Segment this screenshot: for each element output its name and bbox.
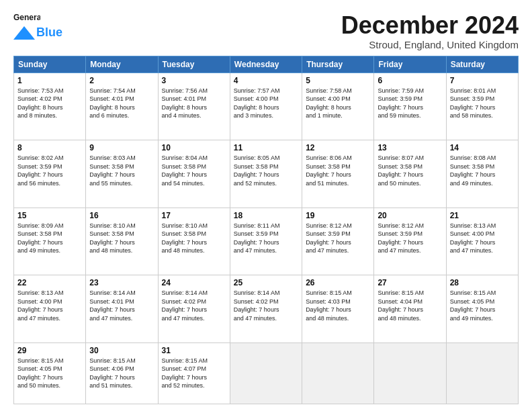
day-number: 10 (162, 143, 226, 152)
calendar-day-24: 24Sunrise: 8:14 AM Sunset: 4:02 PM Dayli… (158, 275, 230, 343)
calendar-day-4: 4Sunrise: 7:57 AM Sunset: 4:00 PM Daylig… (230, 73, 302, 140)
day-info: Sunrise: 8:15 AM Sunset: 4:05 PM Dayligh… (17, 357, 82, 390)
calendar-day-7: 7Sunrise: 8:01 AM Sunset: 3:59 PM Daylig… (446, 73, 518, 140)
calendar-day-8: 8Sunrise: 8:02 AM Sunset: 3:59 PM Daylig… (14, 140, 86, 208)
title-block: December 2024 Stroud, England, United Ki… (341, 12, 519, 50)
day-info: Sunrise: 8:15 AM Sunset: 4:06 PM Dayligh… (89, 357, 154, 390)
calendar-day-23: 23Sunrise: 8:14 AM Sunset: 4:01 PM Dayli… (86, 275, 158, 343)
calendar-day-22: 22Sunrise: 8:13 AM Sunset: 4:00 PM Dayli… (14, 275, 86, 343)
header: General Blue December 2024 Stroud, Engla… (13, 12, 519, 50)
calendar-week-5: 29Sunrise: 8:15 AM Sunset: 4:05 PM Dayli… (14, 342, 519, 404)
calendar-day-11: 11Sunrise: 8:05 AM Sunset: 3:58 PM Dayli… (230, 140, 302, 208)
logo-blue-text: Blue (36, 26, 62, 40)
day-number: 13 (378, 143, 442, 152)
day-info: Sunrise: 7:54 AM Sunset: 4:01 PM Dayligh… (89, 87, 154, 120)
blue-shape-icon (13, 26, 35, 40)
day-number: 22 (17, 278, 82, 287)
day-number: 31 (162, 346, 226, 355)
calendar-day-19: 19Sunrise: 8:12 AM Sunset: 3:59 PM Dayli… (302, 208, 374, 275)
calendar-day-27: 27Sunrise: 8:15 AM Sunset: 4:04 PM Dayli… (374, 275, 446, 343)
calendar-week-4: 22Sunrise: 8:13 AM Sunset: 4:00 PM Dayli… (14, 275, 519, 343)
day-number: 2 (89, 76, 154, 85)
day-info: Sunrise: 8:10 AM Sunset: 3:58 PM Dayligh… (162, 222, 226, 255)
calendar-day-2: 2Sunrise: 7:54 AM Sunset: 4:01 PM Daylig… (86, 73, 158, 140)
day-number: 7 (450, 76, 515, 85)
calendar-day-17: 17Sunrise: 8:10 AM Sunset: 3:58 PM Dayli… (158, 208, 230, 275)
day-info: Sunrise: 8:06 AM Sunset: 3:58 PM Dayligh… (306, 154, 370, 187)
day-number: 14 (450, 143, 515, 152)
calendar-day-10: 10Sunrise: 8:04 AM Sunset: 3:58 PM Dayli… (158, 140, 230, 208)
day-number: 28 (450, 278, 515, 287)
day-number: 15 (17, 211, 82, 220)
calendar-day-6: 6Sunrise: 7:59 AM Sunset: 3:59 PM Daylig… (374, 73, 446, 140)
day-info: Sunrise: 8:12 AM Sunset: 3:59 PM Dayligh… (306, 222, 370, 255)
calendar-table: SundayMondayTuesdayWednesdayThursdayFrid… (13, 56, 519, 404)
day-info: Sunrise: 8:14 AM Sunset: 4:02 PM Dayligh… (234, 289, 298, 322)
day-info: Sunrise: 8:14 AM Sunset: 4:01 PM Dayligh… (89, 289, 154, 322)
calendar-day-12: 12Sunrise: 8:06 AM Sunset: 3:58 PM Dayli… (302, 140, 374, 208)
day-info: Sunrise: 7:58 AM Sunset: 4:00 PM Dayligh… (306, 87, 370, 120)
weekday-header-friday: Friday (374, 56, 446, 73)
weekday-header-tuesday: Tuesday (158, 56, 230, 73)
svg-marker-1 (13, 26, 35, 40)
day-info: Sunrise: 8:15 AM Sunset: 4:03 PM Dayligh… (306, 289, 370, 322)
day-number: 19 (306, 211, 370, 220)
calendar-day-21: 21Sunrise: 8:13 AM Sunset: 4:00 PM Dayli… (446, 208, 518, 275)
logo: General Blue (13, 12, 62, 40)
page: General Blue December 2024 Stroud, Engla… (0, 0, 532, 411)
day-number: 29 (17, 346, 82, 355)
day-number: 3 (162, 76, 226, 85)
month-title: December 2024 (341, 12, 519, 39)
day-number: 21 (450, 211, 515, 220)
weekday-header-thursday: Thursday (302, 56, 374, 73)
day-info: Sunrise: 8:08 AM Sunset: 3:58 PM Dayligh… (450, 154, 515, 187)
day-number: 5 (306, 76, 370, 85)
calendar-day-13: 13Sunrise: 8:07 AM Sunset: 3:58 PM Dayli… (374, 140, 446, 208)
day-number: 26 (306, 278, 370, 287)
day-number: 6 (378, 76, 442, 85)
day-info: Sunrise: 8:02 AM Sunset: 3:59 PM Dayligh… (17, 154, 82, 187)
day-number: 18 (234, 211, 298, 220)
calendar-day-1: 1Sunrise: 7:53 AM Sunset: 4:02 PM Daylig… (14, 73, 86, 140)
day-number: 8 (17, 143, 82, 152)
day-number: 1 (17, 76, 82, 85)
day-info: Sunrise: 7:53 AM Sunset: 4:02 PM Dayligh… (17, 87, 82, 120)
calendar-week-3: 15Sunrise: 8:09 AM Sunset: 3:58 PM Dayli… (14, 208, 519, 275)
day-number: 9 (89, 143, 154, 152)
weekday-header-saturday: Saturday (446, 56, 518, 73)
calendar-day-16: 16Sunrise: 8:10 AM Sunset: 3:58 PM Dayli… (86, 208, 158, 275)
calendar-day-18: 18Sunrise: 8:11 AM Sunset: 3:59 PM Dayli… (230, 208, 302, 275)
day-info: Sunrise: 8:15 AM Sunset: 4:07 PM Dayligh… (162, 357, 226, 390)
calendar-day-28: 28Sunrise: 8:15 AM Sunset: 4:05 PM Dayli… (446, 275, 518, 343)
weekday-header-monday: Monday (86, 56, 158, 73)
calendar-day-15: 15Sunrise: 8:09 AM Sunset: 3:58 PM Dayli… (14, 208, 86, 275)
day-number: 11 (234, 143, 298, 152)
calendar-day-3: 3Sunrise: 7:56 AM Sunset: 4:01 PM Daylig… (158, 73, 230, 140)
calendar-day-14: 14Sunrise: 8:08 AM Sunset: 3:58 PM Dayli… (446, 140, 518, 208)
day-number: 23 (89, 278, 154, 287)
calendar-day-29: 29Sunrise: 8:15 AM Sunset: 4:05 PM Dayli… (14, 342, 86, 404)
calendar-empty (446, 342, 518, 404)
calendar-day-31: 31Sunrise: 8:15 AM Sunset: 4:07 PM Dayli… (158, 342, 230, 404)
calendar-week-1: 1Sunrise: 7:53 AM Sunset: 4:02 PM Daylig… (14, 73, 519, 140)
day-info: Sunrise: 7:56 AM Sunset: 4:01 PM Dayligh… (162, 87, 226, 120)
day-info: Sunrise: 8:11 AM Sunset: 3:59 PM Dayligh… (234, 222, 298, 255)
day-info: Sunrise: 7:59 AM Sunset: 3:59 PM Dayligh… (378, 87, 442, 120)
day-info: Sunrise: 8:12 AM Sunset: 3:59 PM Dayligh… (378, 222, 442, 255)
day-number: 20 (378, 211, 442, 220)
day-number: 17 (162, 211, 226, 220)
location: Stroud, England, United Kingdom (341, 39, 519, 50)
weekday-header-sunday: Sunday (14, 56, 86, 73)
day-info: Sunrise: 8:13 AM Sunset: 4:00 PM Dayligh… (450, 222, 515, 255)
day-info: Sunrise: 8:15 AM Sunset: 4:04 PM Dayligh… (378, 289, 442, 322)
day-info: Sunrise: 8:03 AM Sunset: 3:58 PM Dayligh… (89, 154, 154, 187)
day-info: Sunrise: 8:07 AM Sunset: 3:58 PM Dayligh… (378, 154, 442, 187)
day-number: 4 (234, 76, 298, 85)
calendar-day-20: 20Sunrise: 8:12 AM Sunset: 3:59 PM Dayli… (374, 208, 446, 275)
calendar-day-30: 30Sunrise: 8:15 AM Sunset: 4:06 PM Dayli… (86, 342, 158, 404)
calendar-empty (374, 342, 446, 404)
day-info: Sunrise: 8:10 AM Sunset: 3:58 PM Dayligh… (89, 222, 154, 255)
day-number: 25 (234, 278, 298, 287)
day-number: 12 (306, 143, 370, 152)
day-info: Sunrise: 8:15 AM Sunset: 4:05 PM Dayligh… (450, 289, 515, 322)
